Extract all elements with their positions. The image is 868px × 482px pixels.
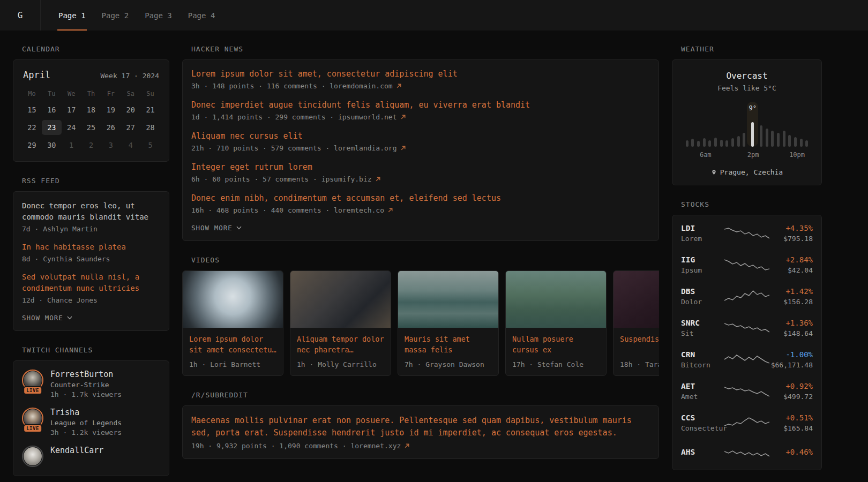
video-card[interactable]: Aliquam tempor dolor nec pharetra… 1h · … [290, 270, 391, 376]
rss-item-link[interactable]: Donec tempor eros leo, ut commodo mauris… [22, 200, 160, 223]
external-link-icon[interactable] [396, 83, 402, 89]
video-title[interactable]: Suspendisse diam [613, 328, 659, 349]
stock-id: DBS Dolor [681, 287, 724, 306]
calendar-day: 25 [81, 120, 101, 135]
tab-page-1[interactable]: Page 1 [50, 0, 94, 31]
rss-widget: RSS FEED Donec tempor eros leo, ut commo… [13, 177, 169, 331]
channel-name: KendallCarr [50, 446, 103, 455]
weather-bar [770, 102, 776, 147]
tab-page-3[interactable]: Page 3 [137, 0, 180, 31]
video-thumbnail[interactable] [613, 271, 659, 328]
chevron-down-icon [236, 226, 242, 230]
weather-bar [798, 102, 804, 147]
calendar-day: 29 [22, 138, 42, 153]
video-card[interactable]: Lorem ipsum dolor sit amet consectetu… 1… [182, 270, 283, 376]
weather-bar [736, 102, 742, 147]
reddit-post-link[interactable]: Maecenas mollis pulvinar erat non posuer… [191, 415, 650, 440]
stock-sparkline [724, 257, 769, 273]
stock-row[interactable]: IIG Ipsum +2.84% $42.04 [681, 255, 813, 274]
calendar-day: 28 [140, 120, 160, 135]
twitch-channel[interactable]: KendallCarr [22, 446, 160, 467]
stock-id: SNRC Sit [681, 319, 724, 337]
external-link-icon[interactable] [404, 443, 410, 449]
reddit-post-meta-text: 19h · 9,932 points · 1,090 comments · lo… [191, 442, 401, 450]
calendar-header: April Week 17 · 2024 [22, 69, 160, 80]
news-item-link[interactable]: Donec enim nibh, condimentum et accumsan… [191, 193, 650, 204]
stock-row[interactable]: LDI Lorem +4.35% $795.18 [681, 224, 813, 243]
stock-change: +2.84% [769, 255, 813, 264]
video-title[interactable]: Mauris sit amet massa felis [398, 328, 498, 355]
calendar-day: 3 [101, 138, 121, 153]
calendar-weekday: Th [81, 88, 101, 100]
stock-row[interactable]: DBS Dolor +1.42% $156.28 [681, 287, 813, 306]
video-card[interactable]: Suspendisse diam 18h · Tara [613, 270, 659, 376]
rss-card: Donec tempor eros leo, ut commodo mauris… [13, 191, 169, 331]
video-thumbnail[interactable] [506, 271, 606, 328]
calendar-weekday: Su [140, 88, 160, 100]
stock-row[interactable]: CRN Bitcorn -1.00% $66,171.48 [681, 350, 813, 369]
section-title-twitch: TWITCH CHANNELS [22, 346, 169, 354]
weather-widget: WEATHER Overcast Feels like 5°C 9° 6am2p… [672, 45, 822, 185]
video-thumbnail[interactable] [398, 271, 498, 328]
news-item-link[interactable]: Aliquam nec cursus elit [191, 131, 650, 142]
stock-sparkline [724, 445, 769, 461]
calendar-day: 15 [22, 102, 42, 117]
calendar-day: 2 [81, 138, 101, 153]
left-column: CALENDAR April Week 17 · 2024 MoTuWeThFr… [13, 45, 169, 476]
video-meta: 1h · Lori Barnett [183, 355, 283, 375]
stock-values: -1.00% $66,171.48 [769, 350, 813, 369]
weather-chart: 9° [684, 102, 810, 147]
stock-row[interactable]: SNRC Sit +1.36% $148.64 [681, 319, 813, 337]
weather-bar [787, 102, 793, 147]
calendar-month: April [23, 70, 50, 80]
tab-page-2[interactable]: Page 2 [94, 0, 137, 31]
stock-values: +2.84% $42.04 [769, 255, 813, 274]
calendar-widget: CALENDAR April Week 17 · 2024 MoTuWeThFr… [13, 45, 169, 162]
avatar: LIVE [22, 408, 43, 429]
stock-name: Lorem [681, 235, 724, 243]
weather-bar [713, 102, 719, 147]
stock-change: -1.00% [769, 350, 813, 359]
video-title[interactable]: Lorem ipsum dolor sit amet consectetu… [183, 328, 283, 355]
video-title[interactable]: Nullam posuere cursus ex [506, 328, 606, 355]
calendar-day: 21 [140, 102, 160, 117]
calendar-week-year: Week 17 · 2024 [100, 72, 159, 80]
external-link-icon[interactable] [375, 176, 381, 182]
stock-row[interactable]: AHS +0.46% [681, 445, 813, 461]
video-thumbnail[interactable] [290, 271, 391, 328]
stock-price: $499.72 [769, 393, 813, 401]
calendar-weekday: Fr [101, 88, 121, 100]
stock-id: AHS [681, 448, 724, 458]
avatar: LIVE [22, 370, 43, 391]
news-item: Lorem ipsum dolor sit amet, consectetur … [191, 69, 650, 90]
stocks-widget: STOCKS LDI Lorem +4.35% $795.18 IIG Ipsu… [672, 200, 822, 470]
twitch-channel[interactable]: LIVE Trisha League of Legends 3h · 1.2k … [22, 408, 160, 436]
video-card[interactable]: Mauris sit amet massa felis 7h · Grayson… [398, 270, 499, 376]
rss-item-link[interactable]: Sed volutpat nulla nisl, a condimentum n… [22, 272, 160, 294]
right-column: WEATHER Overcast Feels like 5°C 9° 6am2p… [672, 45, 822, 470]
stock-row[interactable]: CCS Consectetur +0.51% $165.84 [681, 413, 813, 432]
external-link-icon[interactable] [400, 145, 406, 151]
rss-item-link[interactable]: In hac habitasse platea [22, 242, 160, 253]
tab-page-4[interactable]: Page 4 [180, 0, 223, 31]
video-card[interactable]: Nullam posuere cursus ex 17h · Stefan Co… [505, 270, 607, 376]
channel-info: ForrestBurton Counter-Strike 1h · 1.7k v… [50, 370, 122, 398]
external-link-icon[interactable] [387, 207, 393, 213]
weather-bar [719, 102, 724, 147]
external-link-icon[interactable] [400, 114, 406, 120]
channel-category: Counter-Strike [50, 381, 122, 389]
news-item-link[interactable]: Integer eget rutrum lorem [191, 162, 650, 173]
weather-condition: Overcast [681, 71, 813, 81]
twitch-channel[interactable]: LIVE ForrestBurton Counter-Strike 1h · 1… [22, 370, 160, 398]
rss-show-more-button[interactable]: SHOW MORE [22, 314, 72, 322]
news-item-link[interactable]: Donec imperdiet augue tincidunt felis al… [191, 100, 650, 111]
news-item-link[interactable]: Lorem ipsum dolor sit amet, consectetur … [191, 69, 650, 80]
video-title[interactable]: Aliquam tempor dolor nec pharetra… [290, 328, 391, 355]
stock-values: +0.51% $165.84 [769, 413, 813, 432]
calendar-day: 24 [62, 120, 81, 135]
stock-row[interactable]: AET Amet +0.92% $499.72 [681, 382, 813, 401]
video-thumbnail[interactable] [183, 271, 283, 328]
weather-bar [775, 102, 781, 147]
calendar-day: 26 [101, 120, 121, 135]
hackernews-show-more-button[interactable]: SHOW MORE [191, 224, 242, 232]
